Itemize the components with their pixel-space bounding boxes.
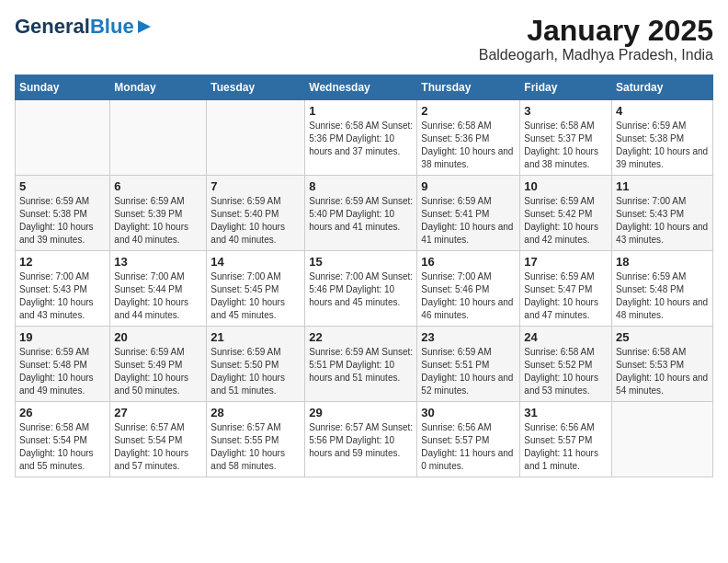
table-row: 9Sunrise: 6:59 AM Sunset: 5:41 PM Daylig… xyxy=(417,176,520,251)
calendar-week-row: 1Sunrise: 6:58 AM Sunset: 5:36 PM Daylig… xyxy=(16,100,713,176)
table-row: 19Sunrise: 6:59 AM Sunset: 5:48 PM Dayli… xyxy=(16,327,110,402)
table-row: 5Sunrise: 6:59 AM Sunset: 5:38 PM Daylig… xyxy=(16,176,110,251)
day-content: Sunrise: 6:59 AM Sunset: 5:51 PM Dayligh… xyxy=(309,346,413,385)
day-number: 11 xyxy=(616,179,709,193)
day-number: 22 xyxy=(309,330,413,344)
day-content: Sunrise: 6:59 AM Sunset: 5:50 PM Dayligh… xyxy=(210,346,301,397)
day-number: 23 xyxy=(421,330,516,344)
table-row: 22Sunrise: 6:59 AM Sunset: 5:51 PM Dayli… xyxy=(305,327,417,402)
table-row: 26Sunrise: 6:58 AM Sunset: 5:54 PM Dayli… xyxy=(16,402,110,477)
day-number: 25 xyxy=(616,330,709,344)
day-number: 8 xyxy=(309,179,413,193)
day-content: Sunrise: 6:59 AM Sunset: 5:40 PM Dayligh… xyxy=(210,195,301,247)
table-row: 7Sunrise: 6:59 AM Sunset: 5:40 PM Daylig… xyxy=(207,176,305,251)
day-content: Sunrise: 6:56 AM Sunset: 5:57 PM Dayligh… xyxy=(524,421,608,473)
day-number: 17 xyxy=(524,255,608,269)
calendar-header-row: Sunday Monday Tuesday Wednesday Thursday… xyxy=(16,75,713,100)
day-content: Sunrise: 7:00 AM Sunset: 5:43 PM Dayligh… xyxy=(616,195,709,247)
day-number: 24 xyxy=(524,330,608,344)
day-number: 19 xyxy=(19,330,106,344)
table-row: 18Sunrise: 6:59 AM Sunset: 5:48 PM Dayli… xyxy=(612,251,713,327)
col-friday: Friday xyxy=(520,75,612,100)
table-row: 12Sunrise: 7:00 AM Sunset: 5:43 PM Dayli… xyxy=(16,251,110,327)
table-row: 25Sunrise: 6:58 AM Sunset: 5:53 PM Dayli… xyxy=(612,327,713,402)
day-number: 27 xyxy=(114,406,202,419)
table-row: 4Sunrise: 6:59 AM Sunset: 5:38 PM Daylig… xyxy=(612,100,713,176)
day-number: 3 xyxy=(524,104,608,118)
day-number: 20 xyxy=(114,330,202,344)
day-content: Sunrise: 7:00 AM Sunset: 5:46 PM Dayligh… xyxy=(309,270,413,309)
day-number: 1 xyxy=(309,104,413,118)
day-content: Sunrise: 6:58 AM Sunset: 5:36 PM Dayligh… xyxy=(421,120,516,171)
day-content: Sunrise: 6:59 AM Sunset: 5:49 PM Dayligh… xyxy=(114,346,202,397)
table-row xyxy=(16,100,110,176)
logo-blue: Blue xyxy=(90,15,134,38)
day-content: Sunrise: 6:59 AM Sunset: 5:39 PM Dayligh… xyxy=(114,195,202,247)
calendar-week-row: 26Sunrise: 6:58 AM Sunset: 5:54 PM Dayli… xyxy=(16,402,713,477)
title-block: January 2025 Baldeogarh, Madhya Pradesh,… xyxy=(479,15,713,63)
day-content: Sunrise: 6:59 AM Sunset: 5:48 PM Dayligh… xyxy=(19,346,106,397)
day-number: 2 xyxy=(421,104,516,118)
day-content: Sunrise: 6:58 AM Sunset: 5:53 PM Dayligh… xyxy=(616,346,709,397)
day-number: 14 xyxy=(210,255,301,269)
table-row: 27Sunrise: 6:57 AM Sunset: 5:54 PM Dayli… xyxy=(110,402,207,477)
table-row xyxy=(612,402,713,477)
day-content: Sunrise: 6:58 AM Sunset: 5:52 PM Dayligh… xyxy=(524,346,608,397)
page-header: GeneralBlue January 2025 Baldeogarh, Mad… xyxy=(15,15,713,63)
day-content: Sunrise: 6:58 AM Sunset: 5:37 PM Dayligh… xyxy=(524,120,608,171)
calendar-week-row: 12Sunrise: 7:00 AM Sunset: 5:43 PM Dayli… xyxy=(16,251,713,327)
table-row xyxy=(110,100,207,176)
day-number: 12 xyxy=(19,255,106,269)
day-content: Sunrise: 7:00 AM Sunset: 5:43 PM Dayligh… xyxy=(19,270,106,322)
table-row: 14Sunrise: 7:00 AM Sunset: 5:45 PM Dayli… xyxy=(207,251,305,327)
table-row: 3Sunrise: 6:58 AM Sunset: 5:37 PM Daylig… xyxy=(520,100,612,176)
day-content: Sunrise: 6:59 AM Sunset: 5:48 PM Dayligh… xyxy=(616,270,709,322)
calendar-subtitle: Baldeogarh, Madhya Pradesh, India xyxy=(479,47,713,63)
table-row: 23Sunrise: 6:59 AM Sunset: 5:51 PM Dayli… xyxy=(417,327,520,402)
table-row: 11Sunrise: 7:00 AM Sunset: 5:43 PM Dayli… xyxy=(612,176,713,251)
day-number: 5 xyxy=(19,179,106,193)
day-number: 15 xyxy=(309,255,413,269)
col-wednesday: Wednesday xyxy=(305,75,417,100)
day-number: 28 xyxy=(210,406,301,419)
day-content: Sunrise: 7:00 AM Sunset: 5:44 PM Dayligh… xyxy=(114,270,202,322)
table-row: 20Sunrise: 6:59 AM Sunset: 5:49 PM Dayli… xyxy=(110,327,207,402)
day-content: Sunrise: 6:57 AM Sunset: 5:56 PM Dayligh… xyxy=(309,421,413,460)
table-row: 2Sunrise: 6:58 AM Sunset: 5:36 PM Daylig… xyxy=(417,100,520,176)
day-content: Sunrise: 7:00 AM Sunset: 5:46 PM Dayligh… xyxy=(421,270,516,322)
day-content: Sunrise: 6:59 AM Sunset: 5:51 PM Dayligh… xyxy=(421,346,516,397)
day-content: Sunrise: 6:59 AM Sunset: 5:41 PM Dayligh… xyxy=(421,195,516,247)
day-number: 18 xyxy=(616,255,709,269)
table-row: 29Sunrise: 6:57 AM Sunset: 5:56 PM Dayli… xyxy=(305,402,417,477)
table-row: 16Sunrise: 7:00 AM Sunset: 5:46 PM Dayli… xyxy=(417,251,520,327)
day-number: 13 xyxy=(114,255,202,269)
day-number: 10 xyxy=(524,179,608,193)
day-content: Sunrise: 6:57 AM Sunset: 5:55 PM Dayligh… xyxy=(210,421,301,473)
logo-text: GeneralBlue xyxy=(15,15,134,39)
day-content: Sunrise: 6:59 AM Sunset: 5:38 PM Dayligh… xyxy=(616,120,709,171)
col-monday: Monday xyxy=(110,75,207,100)
day-content: Sunrise: 6:58 AM Sunset: 5:36 PM Dayligh… xyxy=(309,120,413,158)
day-number: 9 xyxy=(421,179,516,193)
day-number: 30 xyxy=(421,406,516,419)
day-number: 29 xyxy=(309,406,413,419)
svg-marker-0 xyxy=(138,20,151,33)
logo-general: General xyxy=(15,15,90,38)
col-saturday: Saturday xyxy=(612,75,713,100)
day-number: 7 xyxy=(210,179,301,193)
table-row: 13Sunrise: 7:00 AM Sunset: 5:44 PM Dayli… xyxy=(110,251,207,327)
table-row: 6Sunrise: 6:59 AM Sunset: 5:39 PM Daylig… xyxy=(110,176,207,251)
col-sunday: Sunday xyxy=(16,75,110,100)
day-number: 6 xyxy=(114,179,202,193)
logo-arrow-icon xyxy=(136,18,153,35)
table-row: 21Sunrise: 6:59 AM Sunset: 5:50 PM Dayli… xyxy=(207,327,305,402)
day-number: 31 xyxy=(524,406,608,419)
table-row: 8Sunrise: 6:59 AM Sunset: 5:40 PM Daylig… xyxy=(305,176,417,251)
calendar-title: January 2025 xyxy=(479,15,713,47)
table-row: 10Sunrise: 6:59 AM Sunset: 5:42 PM Dayli… xyxy=(520,176,612,251)
col-thursday: Thursday xyxy=(417,75,520,100)
table-row: 1Sunrise: 6:58 AM Sunset: 5:36 PM Daylig… xyxy=(305,100,417,176)
day-content: Sunrise: 6:59 AM Sunset: 5:47 PM Dayligh… xyxy=(524,270,608,322)
day-number: 21 xyxy=(210,330,301,344)
day-content: Sunrise: 6:59 AM Sunset: 5:38 PM Dayligh… xyxy=(19,195,106,247)
